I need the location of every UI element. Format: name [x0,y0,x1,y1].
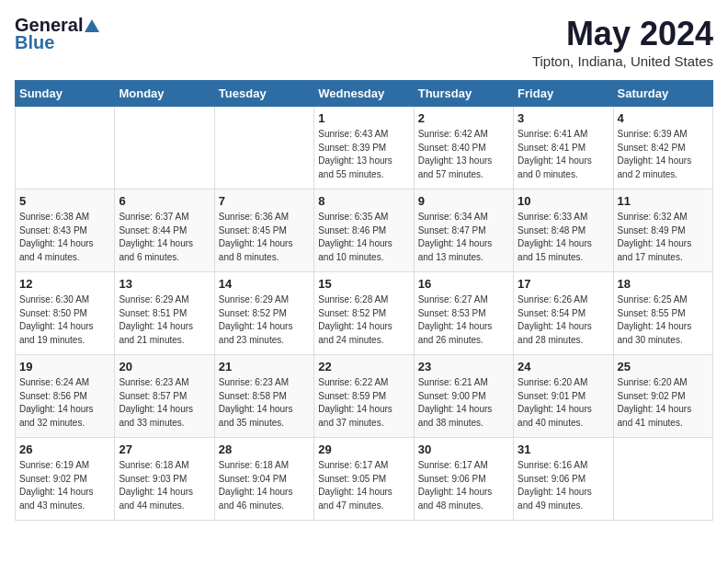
day-info: Sunrise: 6:34 AM Sunset: 8:47 PM Dayligh… [418,211,509,264]
day-info: Sunrise: 6:42 AM Sunset: 8:40 PM Dayligh… [418,128,509,181]
day-number: 6 [119,194,210,208]
calendar-cell: 28Sunrise: 6:18 AM Sunset: 9:04 PM Dayli… [214,438,313,521]
calendar-cell: 8Sunrise: 6:35 AM Sunset: 8:46 PM Daylig… [314,190,414,272]
day-number: 5 [19,194,110,208]
calendar-table: SundayMondayTuesdayWednesdayThursdayFrid… [15,80,713,521]
logo-triangle-icon [85,19,99,32]
day-info: Sunrise: 6:36 AM Sunset: 8:45 PM Dayligh… [219,211,310,264]
calendar-cell: 11Sunrise: 6:32 AM Sunset: 8:49 PM Dayli… [613,190,712,272]
day-info: Sunrise: 6:24 AM Sunset: 8:56 PM Dayligh… [19,376,110,430]
day-info: Sunrise: 6:16 AM Sunset: 9:06 PM Dayligh… [518,459,609,512]
day-info: Sunrise: 6:23 AM Sunset: 8:57 PM Dayligh… [119,376,210,430]
calendar-cell: 20Sunrise: 6:23 AM Sunset: 8:57 PM Dayli… [115,355,214,438]
calendar-cell: 3Sunrise: 6:41 AM Sunset: 8:41 PM Daylig… [514,107,613,190]
day-number: 24 [518,360,609,373]
calendar-row: 26Sunrise: 6:19 AM Sunset: 9:02 PM Dayli… [16,438,713,521]
day-number: 10 [518,194,609,208]
day-info: Sunrise: 6:29 AM Sunset: 8:52 PM Dayligh… [219,293,310,347]
calendar-cell: 27Sunrise: 6:18 AM Sunset: 9:03 PM Dayli… [115,438,214,521]
weekday-header: Wednesday [314,81,414,107]
day-info: Sunrise: 6:20 AM Sunset: 9:02 PM Dayligh… [618,376,709,430]
day-info: Sunrise: 6:41 AM Sunset: 8:41 PM Dayligh… [518,128,609,181]
day-info: Sunrise: 6:38 AM Sunset: 8:43 PM Dayligh… [19,211,110,264]
location: Tipton, Indiana, United States [532,53,713,69]
day-number: 25 [618,360,709,373]
day-number: 11 [618,194,709,208]
day-number: 12 [19,277,110,291]
day-number: 28 [219,442,310,456]
day-number: 26 [19,442,110,456]
day-info: Sunrise: 6:37 AM Sunset: 8:44 PM Dayligh… [119,211,210,264]
calendar-cell: 31Sunrise: 6:16 AM Sunset: 9:06 PM Dayli… [514,438,613,521]
day-info: Sunrise: 6:43 AM Sunset: 8:39 PM Dayligh… [318,128,409,181]
day-info: Sunrise: 6:30 AM Sunset: 8:50 PM Dayligh… [19,293,110,347]
day-number: 21 [219,360,310,373]
day-number: 22 [318,360,409,373]
day-number: 20 [119,360,210,373]
calendar-cell: 23Sunrise: 6:21 AM Sunset: 9:00 PM Dayli… [414,355,513,438]
day-number: 16 [418,277,509,291]
day-info: Sunrise: 6:18 AM Sunset: 9:03 PM Dayligh… [119,459,210,512]
day-number: 4 [618,111,709,125]
day-info: Sunrise: 6:26 AM Sunset: 8:54 PM Dayligh… [518,293,609,347]
day-number: 1 [318,111,409,125]
day-number: 19 [19,360,110,373]
calendar-cell: 22Sunrise: 6:22 AM Sunset: 8:59 PM Dayli… [314,355,414,438]
day-number: 31 [518,442,609,456]
calendar-cell: 7Sunrise: 6:36 AM Sunset: 8:45 PM Daylig… [214,190,313,272]
calendar-cell: 29Sunrise: 6:17 AM Sunset: 9:05 PM Dayli… [314,438,414,521]
weekday-header: Thursday [414,81,513,107]
month-title: May 2024 [532,15,713,53]
calendar-cell: 17Sunrise: 6:26 AM Sunset: 8:54 PM Dayli… [514,272,613,355]
day-info: Sunrise: 6:35 AM Sunset: 8:46 PM Dayligh… [318,211,409,264]
calendar-cell: 30Sunrise: 6:17 AM Sunset: 9:06 PM Dayli… [414,438,513,521]
day-info: Sunrise: 6:21 AM Sunset: 9:00 PM Dayligh… [418,376,509,430]
calendar-cell: 26Sunrise: 6:19 AM Sunset: 9:02 PM Dayli… [16,438,115,521]
weekday-header-row: SundayMondayTuesdayWednesdayThursdayFrid… [16,81,713,107]
day-info: Sunrise: 6:17 AM Sunset: 9:06 PM Dayligh… [418,459,509,512]
day-info: Sunrise: 6:22 AM Sunset: 8:59 PM Dayligh… [318,376,409,430]
weekday-header: Sunday [16,81,115,107]
calendar-cell: 4Sunrise: 6:39 AM Sunset: 8:42 PM Daylig… [613,107,712,190]
day-info: Sunrise: 6:27 AM Sunset: 8:53 PM Dayligh… [418,293,509,347]
day-number: 18 [618,277,709,291]
day-number: 27 [119,442,210,456]
weekday-header: Tuesday [214,81,313,107]
day-number: 2 [418,111,509,125]
calendar-cell: 9Sunrise: 6:34 AM Sunset: 8:47 PM Daylig… [414,190,513,272]
logo: General Blue [15,15,99,53]
calendar-cell: 10Sunrise: 6:33 AM Sunset: 8:48 PM Dayli… [514,190,613,272]
calendar-cell: 5Sunrise: 6:38 AM Sunset: 8:43 PM Daylig… [16,190,115,272]
calendar-row: 5Sunrise: 6:38 AM Sunset: 8:43 PM Daylig… [16,190,713,272]
day-number: 8 [318,194,409,208]
day-info: Sunrise: 6:20 AM Sunset: 9:01 PM Dayligh… [518,376,609,430]
day-number: 17 [518,277,609,291]
day-number: 7 [219,194,310,208]
day-info: Sunrise: 6:39 AM Sunset: 8:42 PM Dayligh… [618,128,709,181]
calendar-cell: 2Sunrise: 6:42 AM Sunset: 8:40 PM Daylig… [414,107,513,190]
calendar-row: 12Sunrise: 6:30 AM Sunset: 8:50 PM Dayli… [16,272,713,355]
day-number: 9 [418,194,509,208]
day-number: 23 [418,360,509,373]
day-info: Sunrise: 6:19 AM Sunset: 9:02 PM Dayligh… [19,459,110,512]
page-header: General Blue May 2024 Tipton, Indiana, U… [15,15,713,69]
calendar-cell [115,107,214,190]
weekday-header: Friday [514,81,613,107]
day-number: 15 [318,277,409,291]
day-info: Sunrise: 6:17 AM Sunset: 9:05 PM Dayligh… [318,459,409,512]
calendar-cell: 21Sunrise: 6:23 AM Sunset: 8:58 PM Dayli… [214,355,313,438]
calendar-cell: 19Sunrise: 6:24 AM Sunset: 8:56 PM Dayli… [16,355,115,438]
calendar-cell: 12Sunrise: 6:30 AM Sunset: 8:50 PM Dayli… [16,272,115,355]
day-number: 30 [418,442,509,456]
day-number: 13 [119,277,210,291]
day-info: Sunrise: 6:33 AM Sunset: 8:48 PM Dayligh… [518,211,609,264]
day-number: 3 [518,111,609,125]
title-section: May 2024 Tipton, Indiana, United States [532,15,713,69]
calendar-cell: 25Sunrise: 6:20 AM Sunset: 9:02 PM Dayli… [613,355,712,438]
day-info: Sunrise: 6:32 AM Sunset: 8:49 PM Dayligh… [618,211,709,264]
calendar-cell: 24Sunrise: 6:20 AM Sunset: 9:01 PM Dayli… [514,355,613,438]
calendar-cell: 18Sunrise: 6:25 AM Sunset: 8:55 PM Dayli… [613,272,712,355]
day-info: Sunrise: 6:25 AM Sunset: 8:55 PM Dayligh… [618,293,709,347]
calendar-header: SundayMondayTuesdayWednesdayThursdayFrid… [16,81,713,107]
day-info: Sunrise: 6:29 AM Sunset: 8:51 PM Dayligh… [119,293,210,347]
